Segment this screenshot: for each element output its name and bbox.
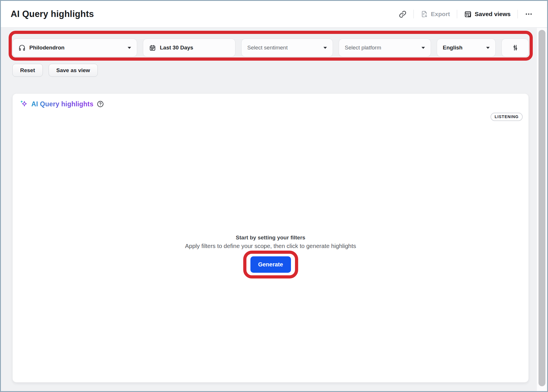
platform-filter-dropdown[interactable]: Select platform <box>339 39 431 57</box>
language-filter-dropdown[interactable]: English <box>437 39 496 57</box>
page-title: AI Query highlights <box>11 9 94 19</box>
generate-button[interactable]: Generate <box>250 256 291 273</box>
sentiment-filter-dropdown[interactable]: Select sentiment <box>241 39 333 57</box>
chevron-down-icon <box>128 47 131 49</box>
ai-query-highlights-panel: AI Query highlights LISTENING Start by s… <box>12 93 529 383</box>
sparkle-icon <box>20 100 28 108</box>
help-button[interactable] <box>97 100 104 108</box>
headphones-icon <box>18 44 26 51</box>
header-divider <box>518 10 518 18</box>
filter-bar: Philodendron Last 30 Days Select sentime… <box>12 39 529 57</box>
save-as-view-button[interactable]: Save as view <box>49 64 98 77</box>
keyword-filter-value: Philodendron <box>29 45 64 51</box>
header-actions: Export Saved views <box>399 1 533 27</box>
export-label: Export <box>431 11 450 18</box>
chevron-down-icon <box>421 47 425 49</box>
platform-filter-placeholder: Select platform <box>345 45 381 51</box>
listening-badge: LISTENING <box>490 113 523 121</box>
calendar-icon <box>149 44 156 51</box>
empty-state-subtitle: Apply filters to define your scope, then… <box>13 243 528 249</box>
app-window: AI Query highlights Export <box>0 0 548 392</box>
help-icon <box>97 100 104 108</box>
panel-title: AI Query highlights <box>31 100 93 108</box>
language-filter-value: English <box>443 45 463 51</box>
generate-annotation-highlight: Generate <box>243 251 298 278</box>
export-button[interactable]: Export <box>421 10 450 18</box>
empty-state-title: Start by setting your filters <box>13 235 528 241</box>
header-divider <box>457 10 457 18</box>
panel-header: AI Query highlights <box>20 100 104 108</box>
date-range-filter-value: Last 30 Days <box>160 45 193 51</box>
sliders-icon <box>511 44 519 51</box>
vertical-scrollbar <box>536 28 547 391</box>
ellipsis-icon <box>525 10 533 18</box>
date-range-filter-dropdown[interactable]: Last 30 Days <box>143 39 235 57</box>
scrollbar-thumb[interactable] <box>539 30 545 386</box>
copy-link-button[interactable] <box>399 10 407 18</box>
chevron-down-icon <box>323 47 327 49</box>
saved-views-icon <box>464 10 472 18</box>
empty-state: Start by setting your filters Apply filt… <box>13 235 528 278</box>
advanced-filters-button[interactable] <box>501 39 529 57</box>
saved-views-button[interactable]: Saved views <box>464 10 511 18</box>
header-divider <box>413 10 414 18</box>
chevron-down-icon <box>486 47 490 49</box>
filter-actions-row: Reset Save as view <box>12 64 98 77</box>
page-header: AI Query highlights Export <box>1 1 547 28</box>
keyword-filter-dropdown[interactable]: Philodendron <box>12 39 137 57</box>
sentiment-filter-placeholder: Select sentiment <box>247 45 288 51</box>
export-icon <box>421 10 428 18</box>
saved-views-label: Saved views <box>475 11 511 18</box>
more-menu-button[interactable] <box>525 10 533 18</box>
reset-button[interactable]: Reset <box>12 64 43 77</box>
link-icon <box>399 10 407 18</box>
